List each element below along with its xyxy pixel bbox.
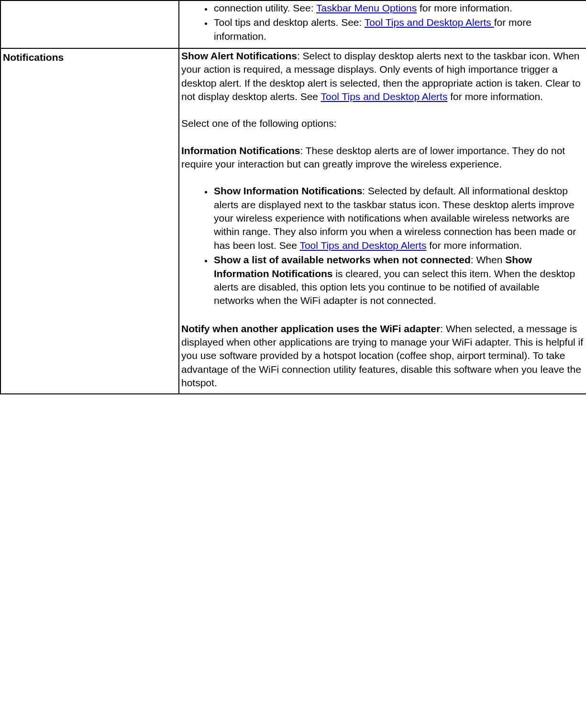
show-alert-notifications-heading: Show Alert Notifications: [181, 50, 297, 61]
show-available-networks-heading: Show a list of available networks when n…: [214, 254, 471, 265]
show-alert-notifications-paragraph: Show Alert Notifications: Select to disp…: [181, 49, 584, 103]
info-notifications-list: Show Information Notifications: Selected…: [181, 184, 584, 307]
text: for more information.: [447, 91, 543, 102]
table-row: connection utility. See: Taskbar Menu Op…: [0, 0, 586, 48]
list-item: Tool tips and desktop alerts. See: Tool …: [213, 16, 579, 43]
top-bullet-list: connection utility. See: Taskbar Menu Op…: [181, 1, 584, 43]
select-options-paragraph: Select one of the following options:: [181, 117, 584, 130]
taskbar-menu-options-link[interactable]: Taskbar Menu Options: [316, 2, 417, 13]
notifications-label: Notifications: [3, 52, 64, 63]
text: for more information.: [417, 2, 512, 13]
notify-other-app-heading: Notify when another application uses the…: [181, 323, 440, 334]
list-item: Show a list of available networks when n…: [213, 253, 579, 307]
list-item: connection utility. See: Taskbar Menu Op…: [213, 1, 579, 15]
text: : When: [471, 254, 505, 265]
list-item: Show Information Notifications: Selected…: [213, 184, 579, 252]
show-information-notifications-heading: Show Information Notifications: [214, 185, 362, 196]
information-notifications-paragraph: Information Notifications: These desktop…: [181, 144, 584, 171]
table-row: Notifications Show Alert Notifications: …: [0, 48, 586, 394]
information-notifications-heading: Information Notifications: [181, 145, 300, 156]
tool-tips-desktop-alerts-link[interactable]: Tool Tips and Desktop Alerts: [365, 17, 494, 28]
notify-other-app-paragraph: Notify when another application uses the…: [181, 322, 584, 390]
row-content-cell: Show Alert Notifications: Select to disp…: [179, 48, 586, 394]
tool-tips-desktop-alerts-link[interactable]: Tool Tips and Desktop Alerts: [299, 240, 426, 251]
text: connection utility. See:: [214, 2, 316, 13]
row-content-cell: connection utility. See: Taskbar Menu Op…: [179, 0, 586, 48]
row-label-cell: [0, 0, 179, 48]
tool-tips-desktop-alerts-link[interactable]: Tool Tips and Desktop Alerts: [321, 91, 447, 102]
settings-table: connection utility. See: Taskbar Menu Op…: [0, 0, 586, 394]
row-label-cell: Notifications: [0, 48, 179, 394]
text: for more information.: [426, 240, 522, 251]
text: Tool tips and desktop alerts. See:: [214, 17, 365, 28]
